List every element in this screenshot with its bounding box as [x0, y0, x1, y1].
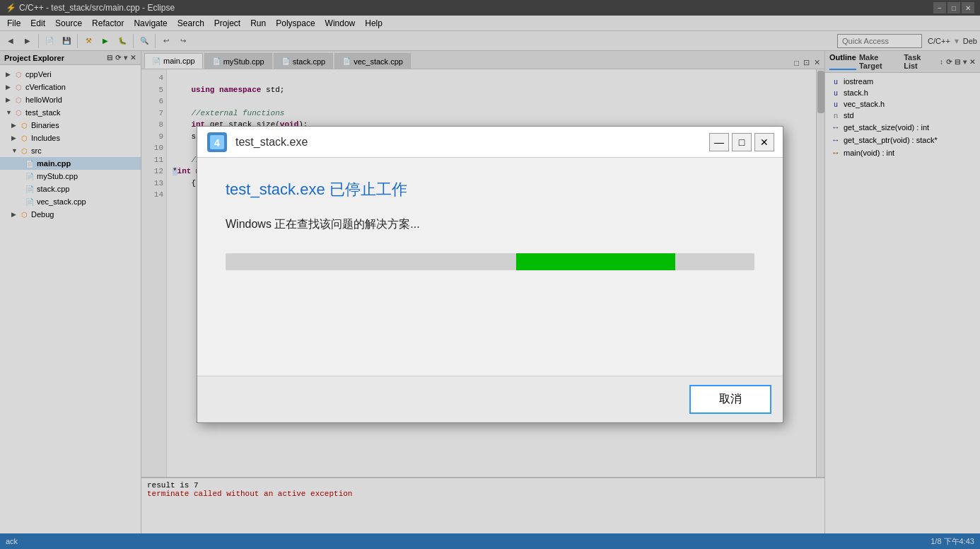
dialog-overlay: 4 test_stack.exe — □ ✕ test_stack.exe 已停…	[0, 0, 980, 549]
dialog-app-icon: 4	[206, 131, 228, 154]
dialog-footer: 取消	[197, 376, 783, 422]
dialog-title-controls: — □ ✕	[709, 133, 774, 151]
svg-text:4: 4	[214, 137, 220, 149]
dialog-body: test_stack.exe 已停止工作 Windows 正在查找该问题的解决方…	[197, 158, 783, 376]
dialog-close-btn[interactable]: ✕	[754, 133, 774, 151]
dialog-cancel-button[interactable]: 取消	[689, 385, 771, 414]
dialog-title-bar: 4 test_stack.exe — □ ✕	[197, 127, 783, 158]
dialog-minimize-btn[interactable]: —	[709, 133, 729, 151]
dialog: 4 test_stack.exe — □ ✕ test_stack.exe 已停…	[197, 126, 783, 423]
dialog-progress-bar	[516, 253, 675, 270]
dialog-heading: test_stack.exe 已停止工作	[226, 179, 754, 200]
dialog-message: Windows 正在查找该问题的解决方案...	[226, 217, 754, 232]
dialog-restore-btn[interactable]: □	[732, 133, 752, 151]
dialog-title-text: test_stack.exe	[235, 136, 308, 149]
dialog-progress-container	[226, 253, 754, 270]
dialog-title-left: 4 test_stack.exe	[206, 131, 308, 154]
